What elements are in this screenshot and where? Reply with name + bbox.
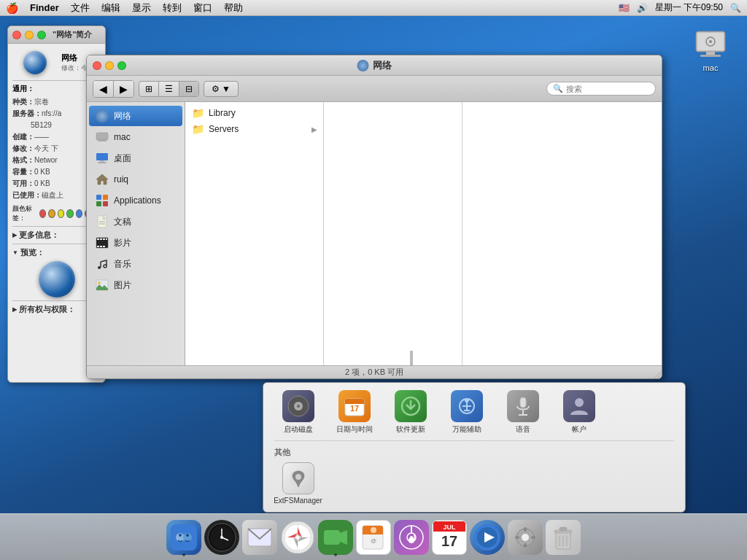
- accounts-icon: [563, 390, 595, 422]
- dock-icon-ical: JUL 17: [432, 520, 467, 555]
- sidebar-label-mac: mac: [114, 132, 131, 142]
- spotlight-icon[interactable]: 🔍: [730, 3, 741, 13]
- dock-item-trash[interactable]: [546, 520, 581, 555]
- menu-goto[interactable]: 转到: [163, 1, 182, 15]
- apple-menu[interactable]: 🍎: [6, 2, 18, 14]
- search-input[interactable]: [566, 85, 639, 93]
- dock-item-mail[interactable]: [242, 520, 277, 555]
- svg-rect-22: [103, 238, 105, 240]
- syspref-universal[interactable]: 万能辅助: [443, 390, 490, 435]
- machd-icon: [693, 26, 728, 61]
- sidebar-item-applications[interactable]: Applications: [89, 190, 182, 211]
- sidebar-item-ruiq[interactable]: ruiq: [89, 169, 182, 190]
- view-icon-button[interactable]: ⊞: [139, 82, 159, 96]
- syspref-accounts[interactable]: 帐户: [555, 390, 603, 435]
- menu-help[interactable]: 帮助: [224, 1, 243, 15]
- menu-view[interactable]: 显示: [132, 1, 151, 15]
- arrow-icon: ▶: [311, 125, 317, 133]
- color-tag-red[interactable]: [39, 209, 46, 218]
- universal-label: 万能辅助: [452, 424, 481, 435]
- svg-rect-14: [96, 201, 101, 206]
- folder-icon-2: 📁: [191, 123, 204, 135]
- dock-item-clock[interactable]: [204, 520, 239, 555]
- other-section-title: 其他: [274, 447, 674, 458]
- file-item-servers[interactable]: 📁 Servers ▶: [185, 121, 323, 137]
- color-tag-blue[interactable]: [76, 209, 82, 218]
- dock-item-safari[interactable]: [280, 520, 315, 555]
- syspref-update[interactable]: 软件更新: [387, 390, 434, 435]
- dock-item-addressbook[interactable]: @: [356, 520, 391, 555]
- dock-item-ical[interactable]: JUL 17: [432, 520, 467, 555]
- sidebar-item-network[interactable]: 网络: [89, 106, 182, 126]
- sidebar-item-movies[interactable]: 影片: [89, 233, 182, 253]
- dock-item-itunes[interactable]: [394, 520, 429, 555]
- file-name-servers: Servers: [209, 124, 239, 134]
- menu-finder[interactable]: Finder: [30, 2, 59, 13]
- sidebar-item-mac[interactable]: mac: [89, 127, 182, 147]
- flag-icon: 🇺🇸: [619, 3, 630, 13]
- menubar: 🍎 Finder 文件 编辑 显示 转到 窗口 帮助 🇺🇸 🔊 星期一 下午09…: [0, 0, 747, 16]
- svg-point-72: [295, 535, 300, 540]
- svg-rect-97: [515, 536, 519, 539]
- dock-dot-facetime: [334, 553, 337, 556]
- dock-icon-addressbook: @: [356, 520, 391, 555]
- svg-text:JUL: JUL: [443, 524, 456, 531]
- color-tag-orange[interactable]: [48, 209, 55, 218]
- action-button[interactable]: ⚙ ▼: [204, 81, 239, 97]
- svg-rect-73: [324, 530, 340, 545]
- finder-close-button[interactable]: [93, 61, 101, 70]
- syspref-speech[interactable]: 语音: [499, 390, 546, 435]
- dock-item-facetime[interactable]: [318, 520, 353, 555]
- dock-item-quicktime[interactable]: [470, 520, 505, 555]
- svg-rect-13: [103, 195, 108, 200]
- sidebar-item-music[interactable]: 音乐: [89, 254, 182, 274]
- svg-point-50: [575, 398, 584, 407]
- maximize-button[interactable]: [37, 31, 46, 39]
- volume-icon[interactable]: 🔊: [637, 3, 648, 13]
- minimize-button[interactable]: [25, 31, 34, 39]
- menu-window[interactable]: 窗口: [193, 1, 212, 15]
- svg-point-78: [371, 527, 376, 533]
- menu-file[interactable]: 文件: [71, 1, 90, 15]
- sidebar-item-pictures[interactable]: 图片: [89, 275, 182, 295]
- view-column-button[interactable]: ⊟: [179, 82, 198, 96]
- dock-dot-finder: [182, 553, 185, 556]
- syspref-startup-disk[interactable]: 启动磁盘: [274, 390, 322, 435]
- close-button[interactable]: [12, 31, 21, 39]
- finder-title: 网络: [357, 59, 392, 72]
- sidebar-label-pictures: 图片: [114, 279, 131, 292]
- menu-edit[interactable]: 编辑: [101, 1, 120, 15]
- desktop-icon-machd[interactable]: mac: [681, 26, 740, 72]
- finder-content: 📁 Library 📁 Servers ▶: [185, 102, 662, 365]
- syspref-extfsmanager[interactable]: ExtFSManager: [274, 462, 322, 505]
- syspref-datetime[interactable]: 17 日期与时间: [330, 390, 378, 435]
- color-tag-green[interactable]: [66, 209, 73, 218]
- view-list-button[interactable]: ☰: [159, 82, 179, 96]
- update-icon: [395, 390, 427, 422]
- music-icon: [95, 257, 109, 271]
- movies-icon: [95, 236, 109, 250]
- file-item-library[interactable]: 📁 Library: [185, 105, 323, 121]
- finder-minimize-button[interactable]: [105, 61, 114, 70]
- dock-item-finder[interactable]: [166, 520, 201, 555]
- svg-point-29: [98, 281, 101, 284]
- dock-icon-clock: [204, 520, 239, 555]
- svg-rect-8: [96, 153, 108, 160]
- desktop-icon-sidebar: [95, 151, 109, 166]
- view-button-group: ⊞ ☰ ⊟: [139, 81, 199, 97]
- dock-icon-itunes: [394, 520, 429, 555]
- finder-maximize-button[interactable]: [117, 61, 126, 70]
- forward-button[interactable]: ▶: [114, 81, 133, 97]
- resize-handle[interactable]: [410, 351, 413, 365]
- preview-sphere: [39, 261, 75, 298]
- search-box[interactable]: 🔍: [546, 82, 656, 96]
- svg-rect-25: [100, 246, 102, 247]
- svg-point-94: [522, 534, 529, 541]
- resize-corner[interactable]: [651, 368, 662, 378]
- color-tag-yellow[interactable]: [58, 209, 64, 218]
- sidebar-item-desktop[interactable]: 桌面: [89, 148, 182, 168]
- svg-marker-74: [340, 530, 347, 545]
- dock-item-system[interactable]: [508, 520, 543, 555]
- sidebar-item-documents[interactable]: 文稿: [89, 211, 182, 232]
- back-button[interactable]: ◀: [93, 81, 114, 97]
